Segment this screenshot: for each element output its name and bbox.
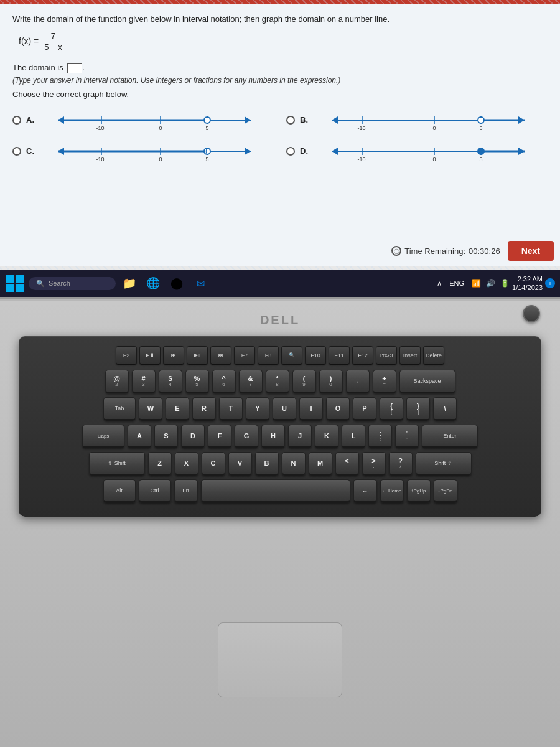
language-indicator: ENG bbox=[449, 280, 464, 287]
graph-option-d[interactable]: D. -10 0 5 bbox=[286, 139, 548, 164]
qwerty-row: Tab W E R T Y U I O P {[ }] \ bbox=[30, 397, 530, 421]
key-fn[interactable]: Fn bbox=[174, 479, 198, 503]
key-asterisk[interactable]: *8 bbox=[266, 370, 289, 393]
notification-icon[interactable]: i bbox=[545, 278, 555, 288]
touchpad[interactable] bbox=[218, 622, 342, 697]
edge-icon[interactable]: 🌐 bbox=[143, 273, 163, 293]
key-l[interactable]: L bbox=[342, 425, 365, 448]
key-pgup[interactable]: ↑PgUp bbox=[407, 479, 431, 503]
key-z[interactable]: Z bbox=[148, 452, 172, 476]
key-a[interactable]: A bbox=[128, 425, 151, 448]
mail-icon[interactable]: ✉ bbox=[190, 273, 210, 293]
clock-time: 2:32 AM bbox=[512, 275, 543, 283]
timer-area: ◯ Time Remaining: 00:30:26 bbox=[391, 246, 500, 256]
key-open-bracket[interactable]: {[ bbox=[380, 397, 403, 421]
key-f10[interactable]: F10 bbox=[305, 346, 326, 365]
key-f8[interactable]: F8 bbox=[258, 346, 279, 365]
key-alt-left[interactable]: Alt bbox=[103, 479, 136, 503]
key-enter[interactable]: Enter bbox=[422, 425, 478, 448]
key-f7[interactable]: F7 bbox=[234, 346, 255, 365]
radio-d[interactable] bbox=[286, 147, 295, 156]
key-h[interactable]: H bbox=[261, 425, 285, 448]
key-close-bracket[interactable]: }] bbox=[406, 397, 430, 421]
key-hash[interactable]: #3 bbox=[132, 370, 156, 393]
key-dollar[interactable]: $4 bbox=[159, 370, 182, 393]
key-f4[interactable]: ⏮ bbox=[163, 346, 184, 365]
file-explorer-icon[interactable]: 📁 bbox=[119, 273, 139, 293]
key-backslash[interactable]: \ bbox=[433, 397, 457, 421]
key-delete[interactable]: Delete bbox=[423, 346, 444, 365]
key-home[interactable]: ← Home bbox=[380, 479, 404, 503]
domain-input[interactable] bbox=[67, 63, 82, 73]
key-c[interactable]: C bbox=[202, 452, 225, 476]
key-w[interactable]: W bbox=[139, 397, 162, 421]
key-tab[interactable]: Tab bbox=[103, 397, 136, 421]
key-capslock[interactable]: Caps bbox=[82, 425, 124, 448]
windows-start-button[interactable] bbox=[5, 273, 25, 293]
key-f12[interactable]: F12 bbox=[352, 346, 373, 365]
graph-option-b[interactable]: B. -10 0 5 bbox=[286, 108, 548, 133]
graph-option-c[interactable]: C. -10 0 5 bbox=[12, 139, 274, 164]
key-f11[interactable]: F11 bbox=[329, 346, 350, 365]
key-shift-right[interactable]: Shift ⇧ bbox=[416, 452, 472, 476]
key-n[interactable]: N bbox=[282, 452, 306, 476]
key-space[interactable] bbox=[201, 479, 350, 503]
key-s[interactable]: S bbox=[154, 425, 178, 448]
radio-c[interactable] bbox=[12, 147, 21, 156]
key-less-than[interactable]: <, bbox=[335, 452, 359, 476]
key-insert[interactable]: Insert bbox=[399, 346, 421, 365]
key-e[interactable]: E bbox=[166, 397, 189, 421]
key-o[interactable]: O bbox=[326, 397, 350, 421]
key-f6[interactable]: ⏭ bbox=[210, 346, 231, 365]
key-p[interactable]: P bbox=[353, 397, 376, 421]
radio-b[interactable] bbox=[286, 116, 295, 125]
key-minus[interactable]: - bbox=[346, 370, 370, 393]
key-ctrl-left[interactable]: Ctrl bbox=[139, 479, 171, 503]
key-t[interactable]: T bbox=[219, 397, 243, 421]
key-question[interactable]: ?/ bbox=[389, 452, 413, 476]
key-v[interactable]: V bbox=[228, 452, 252, 476]
key-plus[interactable]: += bbox=[373, 370, 396, 393]
key-b[interactable]: B bbox=[255, 452, 279, 476]
key-x[interactable]: X bbox=[175, 452, 198, 476]
power-button[interactable] bbox=[523, 305, 540, 322]
key-percent[interactable]: %5 bbox=[185, 370, 209, 393]
next-button[interactable]: Next bbox=[508, 241, 554, 261]
radio-a[interactable] bbox=[12, 116, 21, 125]
key-i[interactable]: I bbox=[299, 397, 323, 421]
key-backspace[interactable]: Backspace bbox=[399, 370, 455, 393]
key-at[interactable]: @2 bbox=[105, 370, 129, 393]
key-f9[interactable]: 🔍 bbox=[281, 346, 302, 365]
key-f[interactable]: F bbox=[208, 425, 231, 448]
chevron-up-icon[interactable]: ∧ bbox=[437, 280, 442, 288]
key-close-paren[interactable]: )0 bbox=[319, 370, 343, 393]
key-j[interactable]: J bbox=[288, 425, 312, 448]
key-k[interactable]: K bbox=[315, 425, 338, 448]
key-g[interactable]: G bbox=[235, 425, 258, 448]
graphs-container: A. -10 0 5 bbox=[12, 108, 548, 164]
key-u[interactable]: U bbox=[273, 397, 296, 421]
key-m[interactable]: M bbox=[309, 452, 332, 476]
key-shift-left[interactable]: ⇧ Shift bbox=[89, 452, 145, 476]
key-open-paren[interactable]: (9 bbox=[292, 370, 316, 393]
svg-marker-24 bbox=[245, 148, 251, 155]
key-f2[interactable]: F2 bbox=[116, 346, 137, 365]
svg-text:5: 5 bbox=[205, 156, 208, 162]
key-prtscr[interactable]: PrtScr bbox=[376, 346, 397, 365]
key-y[interactable]: Y bbox=[246, 397, 269, 421]
key-pgdn[interactable]: ↓PgDn bbox=[434, 479, 457, 503]
search-box[interactable]: 🔍 Search bbox=[29, 277, 116, 290]
key-ampersand[interactable]: &7 bbox=[239, 370, 263, 393]
key-r[interactable]: R bbox=[192, 397, 216, 421]
instruction-text: (Type your answer in interval notation. … bbox=[12, 76, 548, 85]
key-greater-than[interactable]: >. bbox=[362, 452, 386, 476]
key-f3[interactable]: ▶⏸ bbox=[139, 346, 161, 365]
key-caret[interactable]: ^6 bbox=[212, 370, 236, 393]
key-d[interactable]: D bbox=[181, 425, 205, 448]
key-colon[interactable]: :; bbox=[368, 425, 392, 448]
key-f5[interactable]: ▶II bbox=[187, 346, 208, 365]
chrome-icon[interactable]: ⬤ bbox=[167, 273, 187, 293]
key-arrow-left[interactable]: ← bbox=[353, 479, 377, 503]
key-quote[interactable]: "' bbox=[395, 425, 419, 448]
graph-option-a[interactable]: A. -10 0 5 bbox=[12, 108, 274, 133]
